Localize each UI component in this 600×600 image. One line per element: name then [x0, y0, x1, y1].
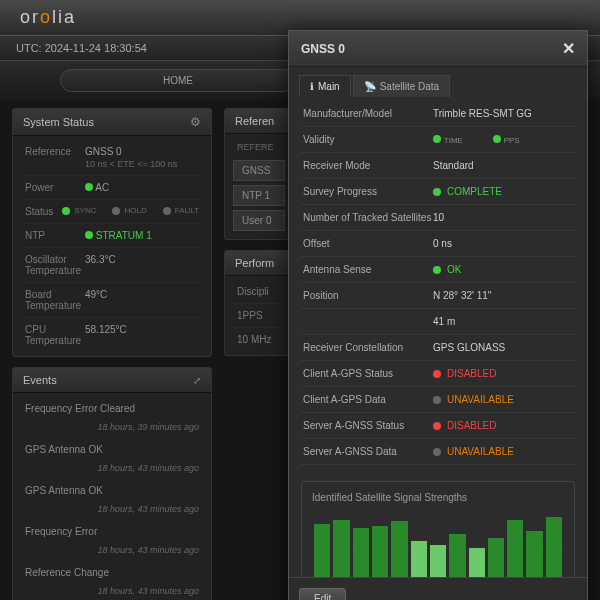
chart-title: Identified Satellite Signal Strengths	[312, 492, 564, 503]
ref-button[interactable]: NTP 1	[233, 185, 285, 206]
perf-panel: Perform Discipli1PPS10 MHz	[224, 250, 294, 356]
status-row: ReferenceGNSS 010 ns < ETE <= 100 ns	[21, 140, 203, 176]
ref-button[interactable]: GNSS	[233, 160, 285, 181]
status-row: Oscillator Temperature36.3°C	[21, 248, 203, 283]
event-time: 18 hours, 43 minutes ago	[21, 584, 203, 600]
status-row: CPU Temperature58.125°C	[21, 318, 203, 352]
perf-row: 10 MHz	[233, 328, 285, 351]
satellite-icon: 📡	[364, 81, 376, 92]
modal-row: Antenna SenseOK	[301, 257, 575, 283]
signal-bar	[353, 528, 369, 577]
signal-bar	[391, 521, 407, 577]
event-item: Frequency Error	[21, 520, 203, 543]
event-time: 18 hours, 43 minutes ago	[21, 502, 203, 520]
modal-row: 41 m	[301, 309, 575, 335]
signal-bar	[488, 538, 504, 578]
perf-title: Perform	[235, 257, 274, 269]
events-title: Events	[23, 374, 57, 386]
status-row: Power AC	[21, 176, 203, 200]
event-time: 18 hours, 43 minutes ago	[21, 461, 203, 479]
tab-satellite-data[interactable]: 📡Satellite Data	[353, 75, 450, 97]
perf-row: Discipli	[233, 280, 285, 304]
system-status-panel: System Status⚙ ReferenceGNSS 010 ns < ET…	[12, 108, 212, 357]
status-row: StatusSYNCHOLDFAULT	[21, 200, 203, 224]
signal-chart: Identified Satellite Signal Strengths	[301, 481, 575, 577]
info-icon: ℹ	[310, 81, 314, 92]
signal-bar	[449, 534, 465, 577]
expand-icon[interactable]: ⤢	[193, 375, 201, 386]
signal-bar	[546, 517, 562, 578]
gnss-modal: GNSS 0 ✕ ℹMain 📡Satellite Data Manufactu…	[288, 30, 588, 600]
edit-button[interactable]: Edit	[299, 588, 346, 600]
ref-status-panel: Referen REFEREGNSSNTP 1User 0	[224, 108, 294, 240]
nav-home[interactable]: HOME	[60, 69, 296, 92]
event-item: GPS Antenna OK	[21, 438, 203, 461]
modal-row: Server A-GNSS StatusDISABLED	[301, 413, 575, 439]
status-row: NTP STRATUM 1	[21, 224, 203, 248]
tab-main[interactable]: ℹMain	[299, 75, 351, 97]
signal-bar	[507, 520, 523, 577]
event-time: 18 hours, 39 minutes ago	[21, 420, 203, 438]
events-panel: Events⤢ Frequency Error Cleared18 hours,…	[12, 367, 212, 600]
modal-row: Manufacturer/ModelTrimble RES-SMT GG	[301, 101, 575, 127]
status-row: Board Temperature49°C	[21, 283, 203, 318]
signal-bar	[469, 548, 485, 577]
signal-bar	[430, 545, 446, 578]
modal-row: Client A-GPS StatusDISABLED	[301, 361, 575, 387]
perf-row: 1PPS	[233, 304, 285, 328]
logo: orolia	[20, 7, 76, 28]
ref-title: Referen	[235, 115, 274, 127]
close-icon[interactable]: ✕	[562, 39, 575, 58]
signal-bar	[526, 531, 542, 578]
modal-row: PositionN 28° 32' 11"	[301, 283, 575, 309]
modal-row: Receiver ConstellationGPS GLONASS	[301, 335, 575, 361]
ref-button[interactable]: User 0	[233, 210, 285, 231]
signal-bar	[411, 541, 427, 577]
modal-row: Server A-GNSS DataUNAVAILABLE	[301, 439, 575, 465]
modal-row: Client A-GPS DataUNAVAILABLE	[301, 387, 575, 413]
event-item: Reference Change	[21, 561, 203, 584]
signal-bar	[314, 524, 330, 578]
signal-bar	[372, 526, 388, 577]
modal-row: Validity TIME PPS	[301, 127, 575, 153]
modal-row: Survey ProgressCOMPLETE	[301, 179, 575, 205]
modal-row: Receiver ModeStandard	[301, 153, 575, 179]
event-item: GPS Antenna OK	[21, 479, 203, 502]
event-time: 18 hours, 43 minutes ago	[21, 543, 203, 561]
event-item: Frequency Error Cleared	[21, 397, 203, 420]
gear-icon[interactable]: ⚙	[190, 115, 201, 129]
signal-bar	[333, 520, 349, 577]
modal-row: Offset0 ns	[301, 231, 575, 257]
modal-title: GNSS 0	[301, 42, 345, 56]
modal-row: Number of Tracked Satellites10	[301, 205, 575, 231]
system-status-title: System Status	[23, 116, 94, 128]
